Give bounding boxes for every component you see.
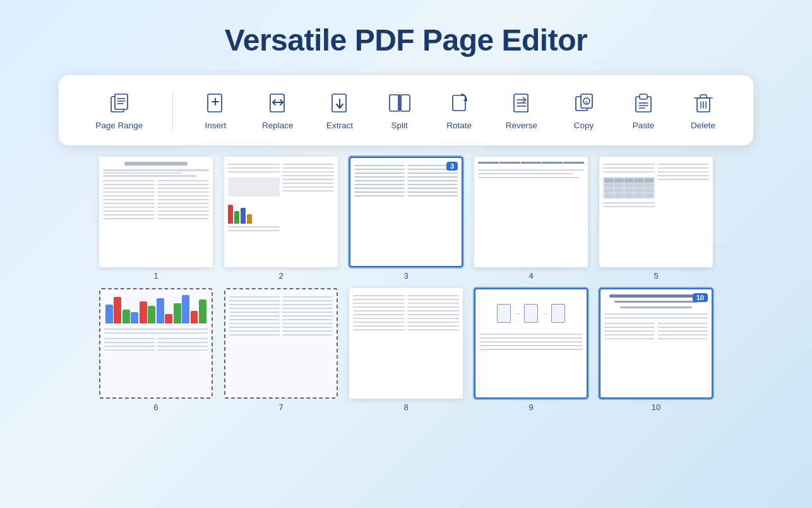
- svg-rect-12: [390, 95, 398, 111]
- split-icon: [387, 90, 412, 116]
- toolbar-label-delete: Delete: [691, 121, 715, 130]
- pages-area: 1: [0, 157, 812, 412]
- page-thumb-6: [99, 288, 213, 399]
- svg-rect-31: [700, 95, 707, 98]
- rotate-icon: [446, 90, 472, 116]
- page-item-7[interactable]: 7: [224, 288, 338, 412]
- toolbar-label-page-range: Page Range: [95, 121, 143, 130]
- page-label-2: 2: [278, 271, 283, 281]
- toolbar-label-split: Split: [391, 121, 407, 130]
- toolbar-item-delete[interactable]: Delete: [681, 87, 725, 134]
- toolbar-item-copy[interactable]: c Copy: [562, 87, 606, 134]
- page-item-6[interactable]: 6: [99, 288, 213, 412]
- toolbar-divider: [172, 92, 173, 130]
- page-label-9: 9: [528, 402, 533, 412]
- copy-icon: c: [571, 90, 597, 116]
- page-thumb-7: [224, 288, 338, 399]
- toolbar-item-page-range[interactable]: Page Range: [87, 87, 152, 134]
- reverse-icon: [509, 90, 534, 116]
- toolbar-label-copy: Copy: [574, 121, 594, 130]
- toolbar-item-replace[interactable]: Replace: [253, 87, 302, 134]
- page-thumb-4: [474, 157, 588, 267]
- toolbar-item-paste[interactable]: Paste: [621, 87, 666, 134]
- page-range-icon: [107, 90, 132, 116]
- page-item-9[interactable]: → → 9: [474, 288, 588, 412]
- page-item-3[interactable]: 3: [349, 157, 463, 281]
- page-label-1: 1: [153, 271, 158, 281]
- insert-icon: [203, 90, 228, 116]
- toolbar-label-insert: Insert: [205, 121, 227, 130]
- page-item-10[interactable]: 10: [599, 288, 713, 412]
- toolbar-label-paste: Paste: [633, 121, 655, 130]
- page-thumb-3: 3: [349, 157, 463, 267]
- page-thumb-5: [599, 157, 713, 267]
- replace-icon: [265, 90, 290, 116]
- toolbar-label-replace: Replace: [262, 121, 294, 130]
- svg-rect-13: [401, 95, 410, 111]
- page-thumb-8: [349, 288, 463, 399]
- toolbar-label-rotate: Rotate: [446, 121, 472, 130]
- toolbar-label-reverse: Reverse: [506, 121, 537, 130]
- svg-rect-25: [640, 94, 647, 99]
- toolbar-item-rotate[interactable]: Rotate: [437, 87, 481, 134]
- toolbar-item-insert[interactable]: Insert: [193, 87, 237, 134]
- page-thumb-1: [99, 157, 213, 267]
- toolbar-item-split[interactable]: Split: [378, 87, 422, 134]
- svg-rect-1: [115, 94, 128, 109]
- delete-icon: [691, 90, 716, 116]
- page-item-8[interactable]: 8: [349, 288, 463, 412]
- page-badge-3: 3: [446, 162, 458, 171]
- page-item-1[interactable]: 1: [99, 157, 213, 281]
- page-label-4: 4: [528, 271, 533, 281]
- page-label-10: 10: [652, 402, 660, 412]
- page-thumb-9: → →: [474, 288, 588, 399]
- extract-icon: [327, 90, 352, 116]
- page-label-8: 8: [403, 402, 408, 412]
- pages-row-2: 6: [19, 288, 793, 412]
- page-label-6: 6: [153, 402, 158, 412]
- page-item-2[interactable]: 2: [224, 157, 338, 281]
- page-label-7: 7: [278, 402, 283, 412]
- page-badge-10: 10: [693, 293, 708, 302]
- page-title: Versatile PDF Page Editor: [225, 23, 587, 57]
- svg-rect-15: [453, 95, 465, 111]
- pages-row-1: 1: [19, 157, 793, 281]
- page-label-3: 3: [403, 271, 408, 281]
- toolbar-item-extract[interactable]: Extract: [318, 87, 362, 134]
- page-thumb-10: 10: [599, 288, 713, 399]
- svg-text:c: c: [585, 100, 588, 104]
- toolbar: Page Range Insert Replace: [59, 75, 753, 145]
- page-thumb-2: [224, 157, 338, 267]
- page-label-5: 5: [654, 271, 658, 281]
- toolbar-label-extract: Extract: [326, 121, 353, 130]
- toolbar-item-reverse[interactable]: Reverse: [497, 87, 546, 134]
- page-item-5[interactable]: 5: [599, 157, 713, 281]
- paste-icon: [631, 90, 656, 116]
- page-item-4[interactable]: 4: [474, 157, 588, 281]
